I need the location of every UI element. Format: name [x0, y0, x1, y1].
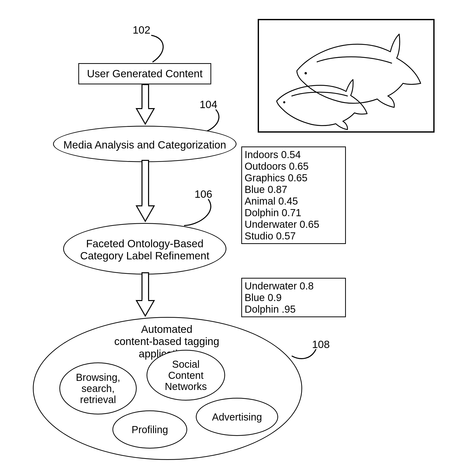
node-refine-label: Faceted Ontology-Based Category Label Re… — [80, 238, 209, 262]
svg-rect-10 — [142, 300, 148, 302]
svg-marker-3 — [136, 109, 154, 124]
node-ugc-label: User Generated Content — [87, 68, 203, 80]
node-media-label: Media Analysis and Categorization — [63, 139, 226, 151]
score-row: Graphics 0.65 — [245, 172, 343, 184]
svg-rect-2 — [142, 85, 149, 109]
sub-advertising-label: Advertising — [212, 411, 262, 423]
node-refinement: Faceted Ontology-Based Category Label Re… — [63, 223, 226, 275]
sub-node-browsing: Browsing, search, retrieval — [59, 362, 137, 414]
leader-102 — [138, 34, 173, 64]
svg-rect-8 — [142, 273, 149, 301]
sample-image-frame — [258, 19, 435, 133]
score-row: Dolphin 0.71 — [245, 207, 343, 218]
score-row: Outdoors 0.65 — [245, 160, 343, 172]
score-row: Dolphin .95 — [245, 303, 343, 315]
svg-point-0 — [305, 72, 306, 74]
svg-rect-4 — [142, 108, 148, 110]
score-row: Blue 0.9 — [245, 292, 343, 303]
scores-refined-box: Underwater 0.8Blue 0.9Dolphin .95 — [241, 278, 346, 317]
sub-browsing-label: Browsing, search, retrieval — [76, 372, 120, 405]
svg-rect-7 — [142, 205, 148, 207]
leader-106 — [182, 198, 215, 229]
arrow-refine-to-apps — [133, 272, 158, 318]
sub-profiling-label: Profiling — [132, 424, 168, 435]
svg-point-1 — [284, 102, 285, 103]
sub-node-social: Social Content Networks — [147, 350, 225, 401]
sub-social-label: Social Content Networks — [165, 359, 207, 392]
node-user-generated-content: User Generated Content — [78, 63, 211, 84]
score-row: Blue 0.87 — [245, 184, 343, 195]
score-row: Animal 0.45 — [245, 195, 343, 207]
svg-rect-5 — [142, 160, 149, 206]
scores-initial-box: Indoors 0.54Outdoors 0.65Graphics 0.65Bl… — [241, 146, 346, 244]
score-row: Indoors 0.54 — [245, 149, 343, 160]
sub-node-advertising: Advertising — [196, 398, 278, 436]
arrow-media-to-refine — [133, 159, 158, 224]
score-row: Studio 0.57 — [245, 230, 343, 242]
svg-marker-6 — [136, 206, 154, 221]
diagram-stage: 102 User Generated Content 10 — [0, 0, 476, 468]
leader-108 — [291, 348, 318, 363]
node-media-analysis: Media Analysis and Categorization — [53, 126, 236, 162]
score-row: Underwater 0.65 — [245, 218, 343, 230]
dolphin-icon — [259, 20, 433, 131]
arrow-ugc-to-media — [133, 84, 158, 127]
svg-marker-9 — [136, 301, 154, 316]
sub-node-profiling: Profiling — [112, 410, 187, 449]
score-row: Underwater 0.8 — [245, 280, 343, 292]
